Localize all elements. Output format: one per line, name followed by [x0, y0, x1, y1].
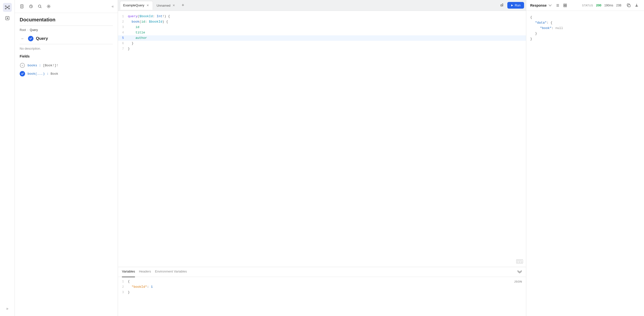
svg-point-4: [8, 8, 10, 9]
editor-line-2: 2 book(id: $bookId) {: [118, 19, 526, 24]
response-chevron-icon[interactable]: [549, 4, 552, 7]
response-view-buttons: [554, 2, 568, 8]
tab-actions: Run: [499, 2, 524, 9]
add-field-icon: +: [20, 63, 25, 68]
resp-line-1: {: [530, 15, 640, 20]
response-panel: Response: [526, 0, 644, 316]
line-number-1: 1: [118, 14, 128, 19]
line-content-2: book(id: $bookId) {: [128, 19, 168, 24]
svg-marker-10: [7, 18, 8, 19]
line-content-6: }: [128, 41, 134, 46]
add-tab-button[interactable]: +: [180, 2, 186, 9]
line-content-4: title: [128, 30, 145, 36]
tab-variables[interactable]: Variables: [122, 267, 135, 277]
icon-bar: »: [0, 0, 15, 316]
var-line-number-3: 3: [118, 290, 128, 295]
svg-rect-36: [628, 5, 630, 7]
json-label: JSON: [514, 279, 522, 284]
svg-rect-35: [565, 6, 566, 7]
collapse-variables-button[interactable]: [517, 270, 522, 274]
no-description-text: No description.: [20, 47, 113, 50]
line-content-5: author: [128, 36, 147, 41]
line-content-7: }: [128, 46, 130, 52]
svg-rect-24: [520, 260, 520, 261]
run-button-label: Run: [515, 4, 520, 7]
left-panel: « Documentation Root › Query ← Query No …: [15, 0, 118, 316]
tab-unnamed-label: Unnamed: [156, 4, 170, 7]
collapse-sidebar-icon[interactable]: »: [3, 304, 12, 313]
tabs-bar: ExampleQuery ✕ Unnamed ✕ + Run: [118, 0, 526, 11]
svg-point-18: [48, 6, 50, 7]
field-books-text: books : [Book!]!: [28, 64, 58, 67]
svg-point-2: [8, 6, 10, 7]
var-line-content-3: }: [128, 290, 130, 295]
svg-marker-20: [511, 4, 513, 6]
tab-example-query-close[interactable]: ✕: [146, 4, 150, 7]
check-circle-icon: [28, 36, 34, 41]
variables-content[interactable]: 1 { JSON 2 "bookId": 1 3 }: [118, 277, 526, 316]
toolbar: [19, 3, 52, 10]
back-button[interactable]: ←: [20, 36, 26, 42]
tab-example-query[interactable]: ExampleQuery ✕: [120, 1, 153, 10]
play-icon[interactable]: [3, 14, 12, 22]
settings-icon[interactable]: [45, 3, 52, 10]
documentation-content: Documentation Root › Query ← Query No de…: [15, 13, 118, 316]
tab-env-variables[interactable]: Environment Variables: [155, 267, 187, 277]
response-header: Response: [526, 0, 644, 11]
svg-rect-34: [564, 6, 565, 7]
status-size: 23B: [616, 4, 622, 7]
response-body: { "data": { "book": null } }: [526, 11, 644, 316]
svg-line-5: [6, 7, 7, 7]
line-number-7: 7: [118, 46, 128, 52]
editor-line-4: 4 title: [118, 30, 526, 36]
field-item-book[interactable]: book(...) : Book: [20, 70, 113, 78]
svg-rect-33: [565, 4, 566, 5]
history-icon[interactable]: [28, 3, 34, 10]
code-editor[interactable]: 1 query($bookId: Int!) { 2 book(id: $boo…: [118, 11, 526, 267]
variables-panel: Variables Headers Environment Variables …: [118, 267, 526, 316]
search-icon[interactable]: [36, 3, 43, 10]
response-status: STATUS 200 190ms 23B: [582, 4, 622, 7]
line-number-5: 5: [118, 36, 128, 41]
run-button[interactable]: Run: [507, 2, 524, 8]
var-line-content-2: "bookId": 1: [128, 284, 153, 290]
editor-line-1: 1 query($bookId: Int!) {: [118, 14, 526, 19]
graph-icon[interactable]: [3, 3, 12, 12]
tab-headers[interactable]: Headers: [139, 267, 151, 277]
share-button[interactable]: [499, 2, 506, 9]
breadcrumb-separator: ›: [27, 28, 28, 32]
field-item-books[interactable]: + books : [Book!]!: [20, 61, 113, 70]
middle-panel: ExampleQuery ✕ Unnamed ✕ + Run: [118, 0, 526, 316]
svg-rect-25: [521, 260, 522, 261]
breadcrumb-root[interactable]: Root: [20, 28, 26, 32]
svg-rect-22: [517, 260, 518, 261]
page-icon[interactable]: [19, 3, 26, 10]
breadcrumb: Root › Query: [20, 28, 113, 32]
line-number-6: 6: [118, 41, 128, 46]
list-view-button[interactable]: [554, 2, 561, 8]
svg-rect-32: [564, 4, 565, 5]
variables-tabs-bar: Variables Headers Environment Variables: [118, 267, 526, 277]
query-header: ← Query: [20, 36, 113, 42]
svg-rect-26: [517, 262, 518, 262]
status-label: STATUS: [582, 4, 593, 7]
collapse-panel-button[interactable]: «: [112, 4, 114, 8]
tab-unnamed-close[interactable]: ✕: [172, 4, 176, 7]
line-number-4: 4: [118, 30, 128, 36]
download-response-button[interactable]: [633, 2, 640, 9]
svg-point-1: [5, 6, 6, 7]
tab-unnamed[interactable]: Unnamed ✕: [154, 1, 179, 10]
editor-line-5: 5 author: [118, 36, 526, 41]
grid-view-button[interactable]: [562, 2, 568, 8]
line-content-3: id: [128, 24, 139, 30]
svg-rect-28: [521, 262, 522, 262]
selected-field-icon: [20, 71, 25, 76]
response-actions: [625, 2, 640, 9]
fields-title: Fields: [20, 54, 113, 58]
left-panel-header: «: [15, 0, 118, 13]
doc-title: Documentation: [20, 17, 113, 22]
tab-example-query-label: ExampleQuery: [123, 4, 144, 7]
var-line-1: 1 { JSON: [118, 279, 526, 284]
resp-line-5: }: [530, 36, 640, 42]
copy-response-button[interactable]: [625, 2, 632, 9]
